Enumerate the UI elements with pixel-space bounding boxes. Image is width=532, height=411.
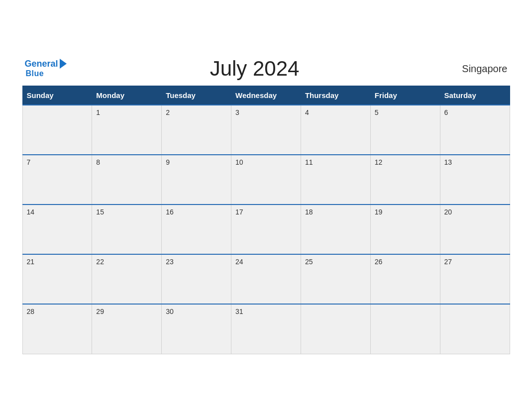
header-friday: Friday <box>370 86 440 105</box>
calendar-cell: 2 <box>162 105 231 155</box>
calendar-cell <box>370 304 440 354</box>
header: General Blue July 2024 Singapore <box>22 57 510 81</box>
calendar-cell: 16 <box>162 205 231 254</box>
weekday-header-row: Sunday Monday Tuesday Wednesday Thursday… <box>22 86 510 105</box>
day-number: 17 <box>235 208 243 216</box>
calendar-cell: 14 <box>22 205 92 254</box>
calendar-cell: 21 <box>22 254 92 304</box>
calendar-cell: 28 <box>22 304 92 354</box>
calendar-cell: 27 <box>440 254 510 304</box>
calendar-cell: 11 <box>301 155 370 205</box>
calendar-cell <box>301 304 370 354</box>
calendar-cell: 3 <box>231 105 301 155</box>
day-number: 28 <box>27 308 35 315</box>
calendar-cell: 17 <box>231 205 301 254</box>
calendar-cell: 24 <box>231 254 301 304</box>
day-number: 31 <box>235 308 243 315</box>
day-number: 25 <box>305 258 313 266</box>
day-number: 22 <box>96 258 104 266</box>
day-number: 15 <box>96 208 104 216</box>
calendar-cell: 29 <box>92 304 162 354</box>
day-number: 13 <box>444 158 452 166</box>
calendar-cell: 19 <box>370 205 440 254</box>
calendar-cell: 15 <box>92 205 162 254</box>
calendar-cell: 12 <box>370 155 440 205</box>
calendar-week-row: 123456 <box>22 105 510 155</box>
calendar-week-row: 78910111213 <box>22 155 510 205</box>
day-number: 30 <box>166 308 174 315</box>
calendar-cell: 23 <box>162 254 231 304</box>
calendar-cell: 18 <box>301 205 370 254</box>
day-number: 1 <box>96 108 100 116</box>
day-number: 23 <box>166 258 174 266</box>
calendar-cell: 9 <box>162 155 231 205</box>
day-number: 9 <box>166 158 170 166</box>
day-number: 10 <box>235 158 243 166</box>
calendar-cell: 8 <box>92 155 162 205</box>
calendar-cell: 7 <box>22 155 92 205</box>
logo-text-blue: Blue <box>26 69 44 78</box>
calendar-cell: 10 <box>231 155 301 205</box>
header-saturday: Saturday <box>440 86 510 105</box>
header-thursday: Thursday <box>301 86 370 105</box>
header-monday: Monday <box>92 86 162 105</box>
header-sunday: Sunday <box>22 86 92 105</box>
day-number: 12 <box>375 158 383 166</box>
calendar-cell: 26 <box>370 254 440 304</box>
header-wednesday: Wednesday <box>231 86 301 105</box>
day-number: 18 <box>305 208 313 216</box>
calendar-week-row: 21222324252627 <box>22 254 510 304</box>
calendar-cell: 5 <box>370 105 440 155</box>
day-number: 6 <box>444 108 448 116</box>
day-number: 29 <box>96 308 104 315</box>
day-number: 14 <box>27 208 35 216</box>
day-number: 24 <box>235 258 243 266</box>
calendar-week-row: 14151617181920 <box>22 205 510 254</box>
logo-triangle-icon <box>60 59 67 69</box>
calendar-cell <box>22 105 92 155</box>
calendar-table: Sunday Monday Tuesday Wednesday Thursday… <box>22 86 510 354</box>
calendar-cell: 20 <box>440 205 510 254</box>
logo: General Blue <box>25 59 67 78</box>
logo-text-general: General <box>25 59 58 69</box>
day-number: 8 <box>96 158 100 166</box>
calendar-cell: 4 <box>301 105 370 155</box>
page-container: General Blue July 2024 Singapore Sunday … <box>12 47 520 364</box>
calendar-cell <box>440 304 510 354</box>
month-title: July 2024 <box>67 57 443 81</box>
header-tuesday: Tuesday <box>162 86 231 105</box>
day-number: 11 <box>305 158 313 166</box>
day-number: 16 <box>166 208 174 216</box>
day-number: 7 <box>27 158 31 166</box>
day-number: 2 <box>166 108 170 116</box>
day-number: 3 <box>235 108 239 116</box>
calendar-cell: 13 <box>440 155 510 205</box>
day-number: 19 <box>375 208 383 216</box>
calendar-cell: 31 <box>231 304 301 354</box>
calendar-cell: 30 <box>162 304 231 354</box>
calendar-cell: 25 <box>301 254 370 304</box>
logo-line1: General <box>25 59 67 69</box>
calendar-cell: 22 <box>92 254 162 304</box>
day-number: 5 <box>375 108 379 116</box>
calendar-cell: 6 <box>440 105 510 155</box>
day-number: 20 <box>444 208 452 216</box>
day-number: 27 <box>444 258 452 266</box>
calendar-week-row: 28293031 <box>22 304 510 354</box>
logo-wrapper: General Blue <box>25 59 67 78</box>
day-number: 26 <box>375 258 383 266</box>
day-number: 4 <box>305 108 309 116</box>
calendar-cell: 1 <box>92 105 162 155</box>
location-label: Singapore <box>443 63 508 75</box>
day-number: 21 <box>27 258 35 266</box>
